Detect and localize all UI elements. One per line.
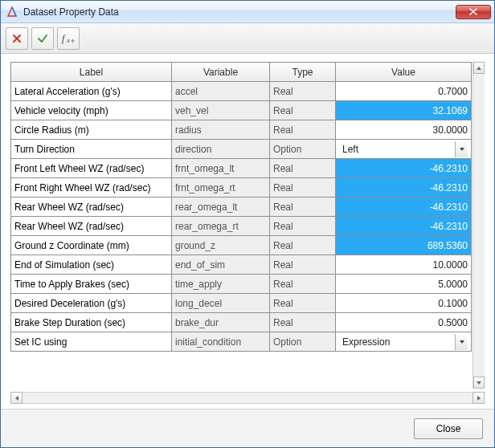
option-selected-label: Expression <box>342 336 455 348</box>
cell-variable: rear_omega_lt <box>172 198 270 217</box>
cell-value[interactable]: 689.5360 <box>336 236 472 255</box>
cell-variable: brake_dur <box>172 313 270 332</box>
cell-variable: rear_omega_rt <box>172 217 270 236</box>
vertical-scroll-track[interactable] <box>473 74 485 377</box>
scroll-up-arrow-icon[interactable] <box>473 62 485 74</box>
scroll-down-arrow-icon[interactable] <box>473 377 485 389</box>
chevron-down-icon[interactable] <box>455 141 468 157</box>
cell-value[interactable]: 0.5000 <box>336 313 472 332</box>
cell-variable: ground_z <box>172 236 270 255</box>
property-table: Label Variable Type Value Lateral Accele… <box>10 62 472 352</box>
cell-type: Real <box>270 294 336 313</box>
fx-button[interactable]: f x <box>57 27 80 50</box>
cell-type: Real <box>270 198 336 217</box>
titlebar: Dataset Property Data <box>1 1 494 23</box>
scroll-right-arrow-icon[interactable] <box>472 392 485 404</box>
cell-value[interactable]: -46.2310 <box>336 159 472 178</box>
cell-label[interactable]: Brake Step Duration (sec) <box>11 313 172 332</box>
table-row: Vehicle velocity (mph)veh_velReal32.1069 <box>11 101 472 120</box>
cell-variable: veh_vel <box>172 101 270 120</box>
cell-variable: time_apply <box>172 275 270 294</box>
cell-label[interactable]: Rear Wheel WZ (rad/sec) <box>11 198 172 217</box>
table-row: Rear Wheel WZ (rad/sec)rear_omega_ltReal… <box>11 198 472 217</box>
table-row: Turn DirectiondirectionOptionLeft <box>11 140 472 159</box>
table-row: Front Right Wheel WZ (rad/sec)frnt_omega… <box>11 178 472 198</box>
app-icon <box>6 6 18 18</box>
cell-label[interactable]: Vehicle velocity (mph) <box>11 101 172 120</box>
cell-label[interactable]: Desired Deceleration (g's) <box>11 294 172 313</box>
cell-variable: accel <box>172 82 270 101</box>
cell-value[interactable]: 5.0000 <box>336 275 472 294</box>
horizontal-scrollbar[interactable] <box>10 392 485 404</box>
col-header-variable[interactable]: Variable <box>172 63 270 82</box>
cell-variable: direction <box>172 140 270 159</box>
cancel-button[interactable] <box>6 27 28 50</box>
cell-label[interactable]: Lateral Acceleration (g's) <box>11 82 172 101</box>
cell-type: Real <box>270 178 336 198</box>
content-area: Label Variable Type Value Lateral Accele… <box>1 54 494 409</box>
cell-value-option[interactable]: Expression <box>336 332 472 352</box>
cell-variable: frnt_omega_lt <box>172 159 270 178</box>
cell-type: Real <box>270 159 336 178</box>
cell-value-option[interactable]: Left <box>336 140 472 159</box>
table-row: Ground z Coordinate (mm)ground_zReal689.… <box>11 236 472 255</box>
cell-label[interactable]: End of Simulation (sec) <box>11 255 172 275</box>
cell-variable: end_of_sim <box>172 255 270 275</box>
cell-type: Real <box>270 120 336 140</box>
vertical-scrollbar[interactable] <box>472 62 485 389</box>
cell-type: Real <box>270 82 336 101</box>
dialog-window: Dataset Property Data f x <box>0 0 495 448</box>
cell-value[interactable]: -46.2310 <box>336 217 472 236</box>
window-title: Dataset Property Data <box>23 6 456 18</box>
cell-type: Option <box>270 332 336 352</box>
grid-container: Label Variable Type Value Lateral Accele… <box>10 62 485 389</box>
cell-type: Real <box>270 101 336 120</box>
table-header-row: Label Variable Type Value <box>11 63 472 82</box>
col-header-value[interactable]: Value <box>336 63 472 82</box>
col-header-label[interactable]: Label <box>11 63 172 82</box>
cell-variable: long_decel <box>172 294 270 313</box>
svg-text:f: f <box>62 33 66 44</box>
table-row: Set IC usinginitial_conditionOptionExpre… <box>11 332 472 352</box>
cell-label[interactable]: Rear Wheel WZ (rad/sec) <box>11 217 172 236</box>
col-header-type[interactable]: Type <box>270 63 336 82</box>
cell-value[interactable]: 0.1000 <box>336 294 472 313</box>
cell-label[interactable]: Turn Direction <box>11 140 172 159</box>
horizontal-scroll-track[interactable] <box>22 393 473 403</box>
cell-label[interactable]: Front Right Wheel WZ (rad/sec) <box>11 178 172 198</box>
toolbar: f x <box>1 23 494 54</box>
svg-text:x: x <box>66 36 70 44</box>
cell-label[interactable]: Circle Radius (m) <box>11 120 172 140</box>
cell-value[interactable]: 10.0000 <box>336 255 472 275</box>
table-row: End of Simulation (sec)end_of_simReal10.… <box>11 255 472 275</box>
cell-type: Option <box>270 140 336 159</box>
cell-type: Real <box>270 255 336 275</box>
cell-label[interactable]: Time to Apply Brakes (sec) <box>11 275 172 294</box>
cell-type: Real <box>270 313 336 332</box>
cell-label[interactable]: Front Left Wheel WZ (rad/sec) <box>11 159 172 178</box>
cell-type: Real <box>270 275 336 294</box>
chevron-down-icon[interactable] <box>455 334 468 350</box>
close-button[interactable]: Close <box>414 418 483 439</box>
cell-variable: radius <box>172 120 270 140</box>
table-row: Front Left Wheel WZ (rad/sec)frnt_omega_… <box>11 159 472 178</box>
cell-type: Real <box>270 236 336 255</box>
cell-label[interactable]: Ground z Coordinate (mm) <box>11 236 172 255</box>
table-row: Desired Deceleration (g's)long_decelReal… <box>11 294 472 313</box>
table-row: Time to Apply Brakes (sec)time_applyReal… <box>11 275 472 294</box>
cell-type: Real <box>270 217 336 236</box>
table-row: Brake Step Duration (sec)brake_durReal0.… <box>11 313 472 332</box>
cell-value[interactable]: 30.0000 <box>336 120 472 140</box>
cell-variable: initial_condition <box>172 332 270 352</box>
apply-button[interactable] <box>31 27 54 50</box>
cell-label[interactable]: Set IC using <box>11 332 172 352</box>
cell-value[interactable]: -46.2310 <box>336 178 472 198</box>
cell-value[interactable]: 0.7000 <box>336 82 472 101</box>
scroll-left-arrow-icon[interactable] <box>10 392 22 404</box>
cell-value[interactable]: -46.2310 <box>336 198 472 217</box>
cell-value[interactable]: 32.1069 <box>336 101 472 120</box>
cell-variable: frnt_omega_rt <box>172 178 270 198</box>
table-row: Lateral Acceleration (g's)accelReal0.700… <box>11 82 472 101</box>
option-selected-label: Left <box>342 144 455 155</box>
window-close-button[interactable] <box>456 5 491 19</box>
